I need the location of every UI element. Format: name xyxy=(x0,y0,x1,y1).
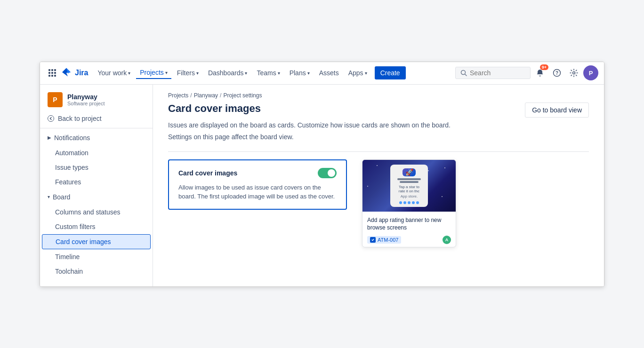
chevron-down-icon: ▾ xyxy=(128,71,130,76)
board-preview-card: 🚀 Tap a star to rate it on the App store… xyxy=(362,159,456,248)
nav-projects[interactable]: Projects ▾ xyxy=(136,67,171,79)
notifications-button[interactable]: 9+ xyxy=(532,65,547,80)
svg-rect-4 xyxy=(51,72,53,74)
project-header: P Planyway Software project xyxy=(40,85,153,111)
preview-avatar: A xyxy=(443,236,451,244)
chevron-down-icon: ▾ xyxy=(196,71,199,76)
content-divider xyxy=(168,151,589,152)
breadcrumb: Projects / Planyway / Project settings xyxy=(168,92,589,99)
svg-rect-6 xyxy=(48,75,50,77)
notification-badge: 9+ xyxy=(540,64,548,70)
nav-assets[interactable]: Assets xyxy=(315,67,343,79)
nav-dashboards[interactable]: Dashboards ▾ xyxy=(204,67,251,79)
settings-button[interactable] xyxy=(566,65,581,80)
project-name: Planyway xyxy=(67,93,105,101)
setting-card-title: Card cover images xyxy=(178,169,237,177)
chevron-down-icon: ▾ xyxy=(278,71,280,76)
svg-rect-0 xyxy=(48,69,50,71)
nav-teams[interactable]: Teams ▾ xyxy=(253,67,283,79)
description-line-1: Issues are displayed on the board as car… xyxy=(168,120,451,130)
svg-rect-2 xyxy=(54,69,56,71)
chevron-down-icon: ▾ xyxy=(307,71,310,76)
sidebar-item-automation[interactable]: Automation xyxy=(42,146,151,160)
breadcrumb-settings: Project settings xyxy=(223,92,262,99)
back-icon xyxy=(48,115,54,122)
nav-filters[interactable]: Filters ▾ xyxy=(173,67,202,79)
sidebar-item-custom-filters[interactable]: Custom filters xyxy=(42,220,151,234)
card-cover-section: Card cover images Allow images to be use… xyxy=(168,159,589,248)
project-icon: P xyxy=(48,92,63,107)
back-to-project-button[interactable]: Back to project xyxy=(40,111,153,126)
top-navigation: Jira Your work ▾ Projects ▾ Filters ▾ Da… xyxy=(40,62,604,85)
sidebar-item-issue-types[interactable]: Issue types xyxy=(42,160,151,174)
search-icon xyxy=(460,70,467,76)
chevron-right-icon: ▶ xyxy=(48,135,51,140)
project-type: Software project xyxy=(67,101,105,106)
help-icon: ? xyxy=(553,69,561,77)
breadcrumb-projects[interactable]: Projects xyxy=(168,92,188,99)
chevron-down-icon: ▾ xyxy=(48,194,50,199)
svg-text:?: ? xyxy=(555,71,558,76)
ticket-badge: ATM-007 xyxy=(367,236,401,244)
create-button[interactable]: Create xyxy=(375,66,406,79)
sidebar-item-features[interactable]: Features xyxy=(42,175,151,189)
logo-text: Jira xyxy=(75,69,88,77)
nav-your-work[interactable]: Your work ▾ xyxy=(94,67,134,79)
svg-rect-3 xyxy=(48,72,50,74)
preview-image: 🚀 Tap a star to rate it on the App store… xyxy=(362,160,456,212)
user-avatar[interactable]: P xyxy=(583,65,598,80)
chevron-down-icon: ▾ xyxy=(165,70,168,75)
sidebar-item-card-cover-images[interactable]: Card cover images xyxy=(42,234,151,249)
grid-icon[interactable] xyxy=(46,66,59,79)
search-input[interactable] xyxy=(470,69,517,77)
page-title: Card cover images xyxy=(168,103,451,115)
description-line-2: Settings on this page affect the board v… xyxy=(168,132,451,142)
svg-rect-7 xyxy=(51,75,53,77)
card-cover-setting-card: Card cover images Allow images to be use… xyxy=(168,159,347,210)
nav-plans[interactable]: Plans ▾ xyxy=(286,67,314,79)
jira-logo[interactable]: Jira xyxy=(61,67,88,79)
ticket-icon xyxy=(370,237,376,243)
setting-card-description: Allow images to be used as issue card co… xyxy=(178,183,337,201)
gear-icon xyxy=(570,69,578,77)
sidebar-item-timeline[interactable]: Timeline xyxy=(42,250,151,264)
help-button[interactable]: ? xyxy=(549,65,564,80)
board-section-header[interactable]: ▾ Board xyxy=(40,190,153,205)
preview-info: Add app rating banner to new browse scre… xyxy=(362,212,456,247)
svg-rect-1 xyxy=(51,69,53,71)
svg-point-12 xyxy=(573,72,575,74)
svg-point-13 xyxy=(48,115,54,121)
svg-point-9 xyxy=(461,71,466,75)
notifications-section[interactable]: ▶ Notifications xyxy=(40,130,153,145)
ticket-id: ATM-007 xyxy=(378,237,398,243)
go-to-board-button[interactable]: Go to board view xyxy=(525,103,589,118)
sidebar: P Planyway Software project Back to proj… xyxy=(40,85,153,286)
main-content: Projects / Planyway / Project settings C… xyxy=(153,85,604,286)
chevron-down-icon: ▾ xyxy=(245,71,247,76)
divider xyxy=(40,128,153,128)
chevron-down-icon: ▾ xyxy=(365,71,367,76)
sidebar-item-toolchain[interactable]: Toolchain xyxy=(42,264,151,278)
sidebar-item-columns-statuses[interactable]: Columns and statuses xyxy=(42,205,151,219)
search-box[interactable] xyxy=(455,67,531,79)
svg-rect-8 xyxy=(54,75,56,77)
breadcrumb-planyway[interactable]: Planyway xyxy=(194,92,218,99)
preview-card-title: Add app rating banner to new browse scre… xyxy=(367,216,451,232)
card-cover-toggle[interactable] xyxy=(318,168,337,178)
nav-apps[interactable]: Apps ▾ xyxy=(345,67,371,79)
svg-rect-5 xyxy=(54,72,56,74)
